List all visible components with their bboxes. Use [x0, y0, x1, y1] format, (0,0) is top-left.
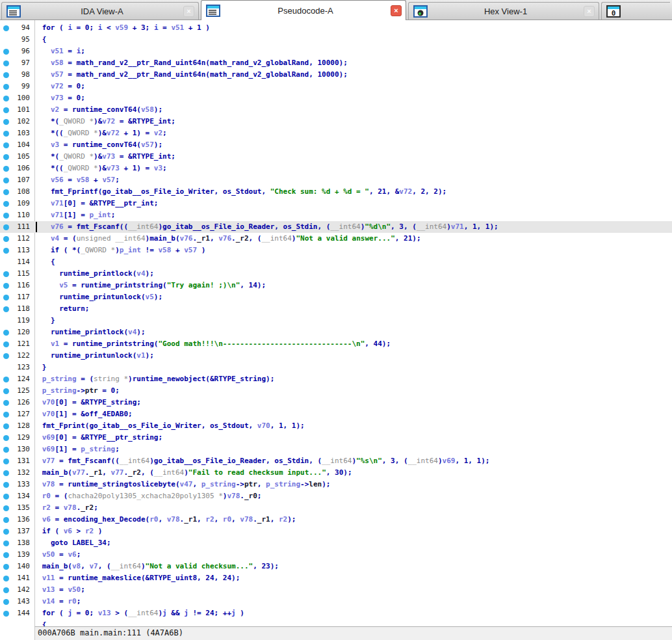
code-line-119[interactable]: 119 }: [0, 315, 672, 327]
tab-extra[interactable]: 0: [601, 2, 670, 20]
code-line-106[interactable]: 106 *((_QWORD *)&v73 + 1) = v3;: [0, 163, 672, 174]
tab-pseudocode-a[interactable]: Pseudocode-A ×: [201, 0, 406, 20]
code-line-117[interactable]: 117 runtime_printunlock(v5);: [0, 291, 672, 303]
token-t: __int64: [408, 457, 438, 465]
close-icon[interactable]: ×: [391, 5, 402, 16]
code-line-134[interactable]: 134 r0 = (chacha20poly1305_xchacha20poly…: [0, 490, 672, 502]
token-m: ptr: [244, 480, 257, 488]
line-text: }: [38, 362, 46, 373]
line-text: v69[0] = &RTYPE__ptr_string;: [38, 432, 162, 444]
line-text: v77 = fmt_Fscanf((__int64)go_itab__os_Fi…: [38, 455, 489, 467]
token-v: r2: [85, 527, 94, 535]
line-number: 111: [0, 221, 30, 233]
token-b: ;: [94, 503, 98, 512]
code-line-140[interactable]: 140 main_b(v8, v7, (__int64)"Not a valid…: [0, 561, 672, 572]
code-line-127[interactable]: 127 v70[1] = &off_4EDAB0;: [0, 408, 672, 420]
code-line-104[interactable]: 104 v3 = runtime_convT64(v57);: [0, 139, 672, 151]
token-b: );: [136, 328, 145, 336]
line-text: *((_QWORD *)&v72 + 1) = v2;: [38, 127, 167, 139]
pseudocode-pane[interactable]: 94 for ( i = 0; i < v59 + 3; i = v51 + 1…: [0, 20, 672, 626]
code-line-105[interactable]: 105 *(_QWORD *)&v73 = &RTYPE_int;: [0, 151, 672, 163]
token-b: = runtime_stringtoslicebyte(: [55, 480, 180, 488]
token-v: r2: [42, 503, 51, 512]
code-line-115[interactable]: 115 runtime_printlock(v4);: [0, 268, 672, 280]
code-line-130[interactable]: 130 v69[1] = p_string;: [0, 444, 672, 455]
code-line-135[interactable]: 135 r2 = v78._r2;: [0, 502, 672, 514]
token-m: _r0: [244, 492, 257, 500]
token-v: v77: [72, 468, 85, 477]
code-line-139[interactable]: 139 v50 = v6;: [0, 549, 672, 561]
tab-ida-view-a[interactable]: IDA View-A ×: [1, 2, 199, 20]
token-b: =: [55, 550, 68, 559]
token-b: }: [42, 363, 47, 371]
code-line-125[interactable]: 125 p_string->ptr = 0;: [0, 385, 672, 397]
token-b: ): [446, 222, 451, 231]
token-v: v7: [89, 562, 97, 570]
code-line-122[interactable]: 122 runtime_printunlock(v1);: [0, 350, 672, 362]
code-line-101[interactable]: 101 v2 = runtime_convT64(v58);: [0, 104, 672, 116]
code-line-116[interactable]: 116 v5 = runtime_printstring("Try again!…: [0, 280, 672, 291]
code-line-120[interactable]: 120 runtime_printlock(v4);: [0, 327, 672, 338]
code-line-144[interactable]: 144 for ( j = 0; v13 > (__int64)j && j !…: [0, 607, 672, 619]
code-line-110[interactable]: 110 v71[1] = p_int;: [0, 209, 672, 221]
token-b: = fmt_Fscanf((: [55, 457, 120, 465]
token-b: *(: [51, 152, 59, 161]
line-text: v2 = runtime_convT64(v58);: [38, 104, 162, 116]
close-icon[interactable]: ×: [584, 6, 595, 17]
token-b: >: [72, 527, 85, 535]
code-line-95[interactable]: 95 {: [0, 34, 672, 46]
line-text: return;: [38, 303, 89, 315]
code-line-121[interactable]: 121 v1 = runtime_printstring("Good math!…: [0, 338, 672, 350]
code-line-126[interactable]: 126 v70[0] = &RTYPE_string;: [0, 397, 672, 408]
token-b: main_b(: [42, 468, 72, 477]
token-v: v3: [51, 140, 59, 149]
code-line-97[interactable]: 97 v58 = math_rand_v2__ptr_Rand_uint64n(…: [0, 57, 672, 69]
code-line-142[interactable]: 142 v13 = v50;: [0, 584, 672, 596]
code-line-138[interactable]: 138 goto LABEL_34;: [0, 537, 672, 549]
token-b: main_b(: [42, 562, 72, 570]
code-line-118[interactable]: 118 return;: [0, 303, 672, 315]
code-line-124[interactable]: 124 p_string = (string *)runtime_newobje…: [0, 373, 672, 385]
token-b: = runtime_makeslice(&RTYPE_uint8, 24, 24…: [55, 574, 240, 582]
code-line-128[interactable]: 128 fmt_Fprint(go_itab__os_File_io_Write…: [0, 420, 672, 432]
token-v: v47: [180, 480, 193, 488]
token-v: v72: [399, 187, 412, 196]
code-line-141[interactable]: 141 v11 = runtime_makeslice(&RTYPE_uint8…: [0, 572, 672, 584]
code-line-102[interactable]: 102 *(_QWORD *)&v72 = &RTYPE_int;: [0, 116, 672, 127]
token-b: , 23);: [253, 562, 279, 570]
code-line-partial[interactable]: {: [0, 619, 672, 626]
code-line-98[interactable]: 98 v57 = math_rand_v2__ptr_Rand_uint64n(…: [0, 69, 672, 81]
code-line-107[interactable]: 107 v56 = v58 + v57;: [0, 174, 672, 186]
code-line-112[interactable]: 112 v4 = (unsigned __int64)main_b(v76._r…: [0, 233, 672, 245]
code-line-103[interactable]: 103 *((_QWORD *)&v72 + 1) = v2;: [0, 127, 672, 139]
code-line-136[interactable]: 136 v6 = encoding_hex_Decode(r0, v78._r1…: [0, 514, 672, 526]
code-line-111[interactable]: 111 v76 = fmt_Fscanf((__int64)go_itab__o…: [0, 221, 672, 233]
code-line-108[interactable]: 108 fmt_Fprintf(go_itab__os_File_io_Writ…: [0, 186, 672, 198]
code-line-143[interactable]: 143 v14 = r0;: [0, 596, 672, 607]
svg-text:0: 0: [612, 9, 616, 18]
token-b: = (: [77, 375, 94, 383]
code-line-131[interactable]: 131 v77 = fmt_Fscanf((__int64)go_itab__o…: [0, 455, 672, 467]
code-line-94[interactable]: 94 for ( i = 0; i < v59 + 3; i = v51 + 1…: [0, 22, 672, 34]
code-line-123[interactable]: 123 }: [0, 362, 672, 373]
code-line-114[interactable]: 114 {: [0, 256, 672, 268]
close-icon[interactable]: ×: [183, 6, 194, 17]
code-line-137[interactable]: 137 if ( v6 > r2 ): [0, 526, 672, 537]
code-line-96[interactable]: 96 v51 = i;: [0, 46, 672, 57]
line-number: 98: [0, 69, 30, 81]
token-b: .: [231, 234, 236, 243]
token-i: i: [154, 23, 159, 32]
code-line-133[interactable]: 133 v78 = runtime_stringtoslicebyte(v47,…: [0, 479, 672, 490]
code-line-99[interactable]: 99 v72 = 0;: [0, 81, 672, 92]
code-line-100[interactable]: 100 v73 = 0;: [0, 92, 672, 104]
line-number: 136: [0, 514, 30, 526]
code-line-132[interactable]: 132 main_b(v77._r1, v77._r2, (__int64)"F…: [0, 467, 672, 479]
code-line-113[interactable]: 113 if ( *(_QWORD *)p_int != v58 + v57 ): [0, 245, 672, 256]
code-line-109[interactable]: 109 v71[0] = &RTYPE__ptr_int;: [0, 198, 672, 209]
line-text: {: [38, 34, 46, 46]
line-number: 121: [0, 338, 30, 350]
hex-dump-icon: [413, 5, 428, 18]
code-line-129[interactable]: 129 v69[0] = &RTYPE__ptr_string;: [0, 432, 672, 444]
token-b: = math_rand_v2__ptr_Rand_uint64n(math_ra…: [64, 70, 348, 79]
tab-hex-view-1[interactable]: Hex View-1 ×: [408, 2, 599, 20]
